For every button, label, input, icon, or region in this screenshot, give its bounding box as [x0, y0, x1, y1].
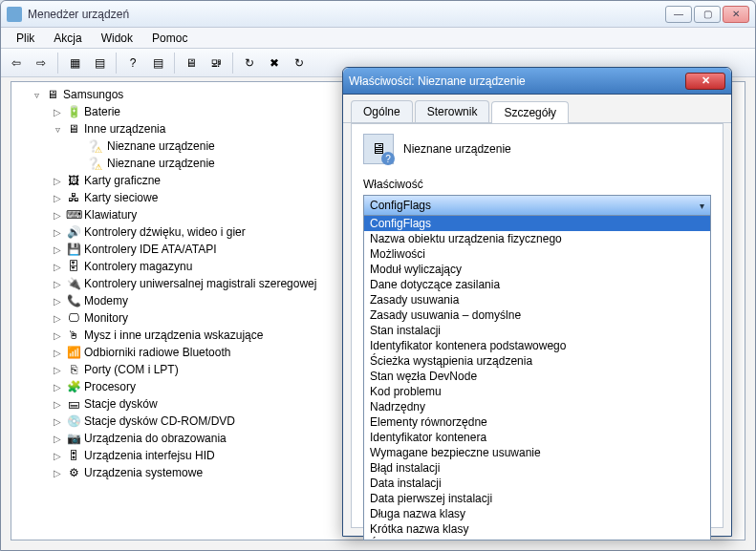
device-category-icon: 📶 — [66, 345, 81, 360]
dropdown-option[interactable]: Ścieżka wystąpienia urządzenia — [364, 353, 710, 369]
dropdown-option[interactable]: Zasady usuwania – domyślne — [364, 307, 710, 323]
expand-icon[interactable]: ▷ — [52, 382, 63, 392]
view-button[interactable]: ▤ — [146, 52, 169, 74]
tree-item-label: Stacje dysków CD-ROM/DVD — [84, 414, 235, 428]
menu-view[interactable]: Widok — [92, 30, 142, 47]
minimize-button[interactable]: — — [665, 6, 692, 23]
add-button[interactable]: 🖳 — [205, 52, 227, 74]
device-category-icon: 🔋 — [66, 104, 81, 119]
tab-details[interactable]: Szczegóły — [491, 101, 569, 123]
dropdown-option[interactable]: Data instalacji — [364, 476, 710, 491]
computer-icon: 🖥 — [45, 87, 60, 102]
unknown-device-icon: ❔ — [89, 138, 104, 154]
tree-item-label: Kontrolery magazynu — [84, 260, 192, 273]
arrow-right-icon: ⇨ — [36, 56, 46, 70]
expand-icon[interactable]: ▷ — [52, 348, 63, 358]
tab-driver[interactable]: Sterownik — [415, 100, 490, 122]
tab-general[interactable]: Ogólne — [351, 100, 413, 122]
tree-item-label: Kontrolery IDE ATA/ATAPI — [84, 243, 217, 256]
dropdown-option[interactable]: Elementy równorzędne — [364, 414, 710, 430]
expand-icon[interactable]: ▷ — [52, 296, 63, 307]
menu-file[interactable]: Plik — [7, 30, 44, 47]
device-category-icon: 🔌 — [66, 276, 81, 291]
dropdown-option[interactable]: Ścieżka ikony klasy — [364, 537, 710, 540]
dialog-close-button[interactable]: ✕ — [685, 73, 725, 90]
dropdown-option[interactable]: Kod problemu — [364, 384, 710, 399]
dropdown-option[interactable]: Identyfikator kontenera — [364, 430, 710, 445]
expand-icon[interactable]: ▿ — [52, 124, 63, 135]
dropdown-option[interactable]: Wymagane bezpieczne usuwanie — [364, 445, 710, 460]
dropdown-option[interactable]: Stan węzła DevNode — [364, 369, 710, 384]
dropdown-option[interactable]: Nadrzędny — [364, 399, 710, 414]
dropdown-option[interactable]: Zasady usuwania — [364, 292, 710, 307]
tree-item-label: Inne urządzenia — [84, 122, 165, 136]
expand-icon[interactable]: ▷ — [52, 313, 63, 324]
dropdown-option[interactable]: Identyfikator kontenera podstawowego — [364, 338, 710, 353]
expand-icon[interactable]: ▷ — [52, 365, 63, 375]
device-category-icon: ⚙ — [66, 465, 81, 480]
expand-icon[interactable]: ▷ — [52, 210, 63, 221]
property-dropdown[interactable]: ConfigFlagsNazwa obiektu urządzenia fizy… — [363, 216, 711, 540]
tree-item-label: Odbiorniki radiowe Bluetooth — [84, 346, 230, 359]
device-header: 🖥 Nieznane urządzenie — [363, 134, 711, 164]
expand-icon[interactable]: ▷ — [52, 176, 63, 186]
device-category-icon: 🖧 — [66, 190, 81, 205]
update-button[interactable]: ↻ — [238, 52, 261, 74]
expand-icon[interactable]: ▷ — [52, 434, 63, 444]
menu-help[interactable]: Pomoc — [142, 30, 197, 47]
expand-icon[interactable]: ▷ — [52, 107, 63, 117]
expand-icon[interactable]: ▷ — [52, 244, 63, 255]
dropdown-option[interactable]: Możliwości — [364, 246, 710, 262]
window-title: Menedżer urządzeń — [28, 8, 663, 21]
scan-button[interactable]: 🖥 — [180, 52, 203, 74]
expand-icon[interactable]: ▷ — [52, 416, 63, 427]
dropdown-option[interactable]: Krótka nazwa klasy — [364, 521, 710, 537]
dropdown-option[interactable]: Błąd instalacji — [364, 460, 710, 476]
help-button[interactable]: ? — [121, 52, 144, 74]
expand-icon[interactable]: ▷ — [52, 330, 63, 341]
tree-item-label: Urządzenia systemowe — [84, 466, 203, 479]
device-category-icon: 🖥 — [66, 121, 81, 137]
separator — [174, 53, 175, 74]
properties-button[interactable]: ▦ — [63, 52, 86, 74]
tree-item-label: Modemy — [84, 294, 128, 307]
dropdown-option[interactable]: Długa nazwa klasy — [364, 506, 710, 521]
dropdown-option[interactable]: Moduł wyliczający — [364, 262, 710, 277]
remove-button[interactable]: ✖ — [263, 52, 286, 74]
tree-item-label: Urządzenia do obrazowania — [84, 432, 227, 445]
expand-icon[interactable]: ▷ — [52, 468, 63, 478]
tree-item-label: Procesory — [84, 380, 136, 393]
dropdown-option[interactable]: Stan instalacji — [364, 323, 710, 338]
details-button[interactable]: ▤ — [88, 52, 111, 74]
dropdown-option[interactable]: Nazwa obiektu urządzenia fizycznego — [364, 231, 710, 246]
tree-item-label: Kontrolery dźwięku, wideo i gier — [84, 225, 246, 239]
expand-icon[interactable]: ▷ — [52, 193, 63, 203]
device-category-icon: 💿 — [66, 413, 81, 429]
maximize-button[interactable]: ▢ — [694, 6, 721, 23]
device-category-icon: 📞 — [66, 293, 81, 308]
expand-icon[interactable]: ▷ — [52, 262, 63, 272]
collapse-icon[interactable]: ▿ — [31, 90, 42, 100]
expand-icon[interactable]: ▷ — [52, 399, 63, 410]
menu-action[interactable]: Akcja — [44, 30, 91, 47]
property-combobox[interactable]: ConfigFlags ▾ — [363, 195, 711, 216]
tree-item-label: Baterie — [84, 105, 120, 118]
forward-button[interactable]: ⇨ — [30, 52, 53, 74]
expand-icon[interactable]: ▷ — [52, 279, 63, 289]
expand-icon[interactable]: ▷ — [52, 227, 63, 238]
dropdown-option[interactable]: Dane dotyczące zasilania — [364, 277, 710, 292]
extra-button[interactable]: ↻ — [288, 52, 311, 74]
device-category-icon: ⌨ — [66, 207, 81, 223]
tree-item-label: Karty graficzne — [84, 174, 161, 187]
dropdown-option[interactable]: ConfigFlags — [364, 216, 710, 231]
tree-item-label: Karty sieciowe — [84, 191, 158, 204]
close-button[interactable]: ✕ — [723, 6, 749, 23]
tree-item-label: Urządzenia interfejsu HID — [84, 449, 215, 462]
properties-icon: ▦ — [70, 56, 80, 70]
expand-icon[interactable]: ▷ — [52, 451, 63, 461]
remove-icon: ✖ — [270, 56, 279, 70]
unknown-device-icon: ❔ — [89, 156, 104, 171]
add-icon: 🖳 — [210, 56, 222, 70]
dropdown-option[interactable]: Data pierwszej instalacji — [364, 491, 710, 506]
back-button[interactable]: ⇦ — [5, 52, 28, 74]
